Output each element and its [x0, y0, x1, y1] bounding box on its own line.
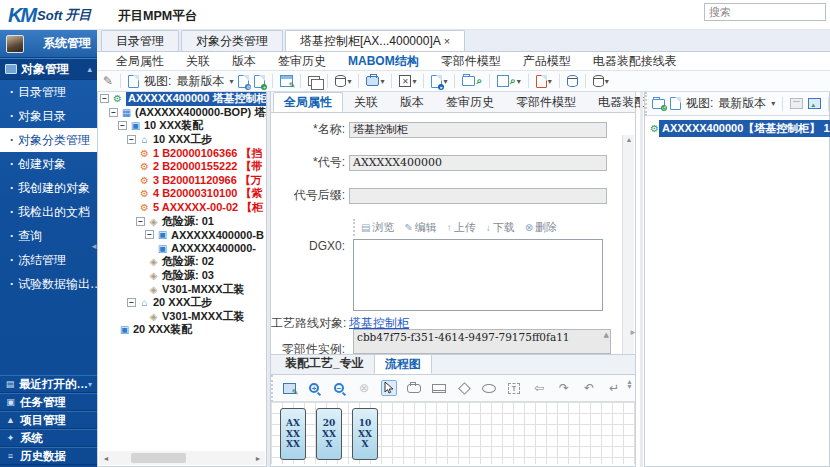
expander-icon[interactable]: − [100, 94, 109, 103]
tree-node-part-2[interactable]: ⚙2 B20000155222 【带 [98, 160, 266, 174]
tab-electrical-wiring-table[interactable]: 电器装配接线表 [582, 53, 688, 70]
version-tree-node[interactable]: ⚙ AXXXXX400000【塔基控制柜】 1 [649, 120, 829, 137]
tree-node-hazard-02[interactable]: ◈危险源: 02 [98, 255, 266, 269]
calendar-edit-icon[interactable] [280, 75, 293, 87]
expander-icon[interactable]: − [127, 135, 136, 144]
detail-right-splitter[interactable] [640, 92, 643, 467]
arrow-left-shape-icon[interactable]: ⇦ [531, 380, 547, 396]
name-field[interactable]: 塔基控制柜 [349, 122, 607, 138]
document-add-icon[interactable]: + [254, 75, 265, 88]
cascade-windows-icon[interactable] [308, 76, 320, 86]
image-upload-icon[interactable] [808, 98, 821, 109]
tree-node-hazard-child[interactable]: −▣AXXXXX400000-B [98, 228, 266, 242]
upload-button[interactable]: ↑上传 [447, 220, 476, 235]
expander-icon[interactable]: − [145, 230, 154, 239]
zoom-in-icon[interactable]: + [306, 380, 322, 396]
scrollbar-thumb[interactable] [131, 453, 186, 463]
new-document-icon[interactable] [128, 75, 139, 88]
form-vertical-scrollbar[interactable]: ▲ ▼ [622, 135, 634, 354]
part-instance-field[interactable]: cbb47f75-f351-4614-9497-79175ff0fa11 ▲ [353, 329, 611, 354]
decision-shape-icon[interactable] [456, 380, 472, 396]
uuid-scroll-up-icon[interactable]: ▲ [604, 331, 609, 339]
right-view-value[interactable]: 最新版本 [718, 95, 766, 112]
detail-tab-part-model[interactable]: 零部件模型 [505, 92, 587, 112]
zoom-out-icon[interactable]: − [331, 380, 347, 396]
sidebar-item-task-management[interactable]: ▣ 任务管理 [0, 393, 97, 411]
folder-export-icon[interactable]: ↺ [652, 99, 665, 109]
tab-approval-history[interactable]: 签审历史 [267, 53, 337, 70]
tab-catalog-management[interactable]: 目录管理 [101, 30, 179, 51]
view-value[interactable]: 最新版本 [176, 73, 224, 90]
tree-horizontal-scrollbar[interactable]: ◄ ► [99, 451, 265, 465]
sidebar-item-catalog-management[interactable]: 目录管理 [0, 80, 97, 104]
scroll-up-icon[interactable]: ▲ [623, 136, 635, 143]
tree-node-step-10[interactable]: −⌂10 XXX工步 [98, 133, 266, 147]
tree-node-assembly-20[interactable]: ▣20 XXX装配 [98, 323, 266, 337]
ellipse-shape-icon[interactable] [481, 380, 497, 396]
sidebar-user-header[interactable]: 系统管理 [0, 30, 97, 58]
sidebar-item-my-checked-out-docs[interactable]: 我检出的文档 [0, 200, 97, 224]
user-avatar[interactable] [6, 35, 24, 53]
close-tab-icon[interactable]: × [444, 35, 450, 47]
sidebar-item-recently-opened[interactable]: ▤ 最近打开的… ▾ [0, 375, 97, 393]
folder-search-icon[interactable]: ⌕ [462, 75, 482, 87]
tab-flowchart[interactable]: 流程图 [374, 354, 432, 374]
pointer-tool-icon[interactable] [381, 380, 397, 396]
sidebar-item-my-created-objects[interactable]: 我创建的对象 [0, 176, 97, 200]
tab-assembly-process[interactable]: 装配工艺_专业 [275, 354, 374, 374]
document-gear-icon[interactable]: ⚙ [238, 75, 249, 88]
sidebar-group-object-management[interactable]: 对象管理 ▴ [0, 58, 97, 80]
tab-relations[interactable]: 关联 [175, 53, 221, 70]
process-shape-icon[interactable] [431, 380, 447, 396]
detail-tab-global-properties[interactable]: 全局属性 [273, 92, 343, 112]
tree-node-step-20[interactable]: −⌂20 XXX工步 [98, 296, 266, 310]
scroll-right-icon[interactable]: ► [251, 455, 265, 462]
database-sync-icon[interactable] [567, 75, 578, 87]
delete-button[interactable]: ⊗删除 [525, 220, 557, 235]
expander-icon[interactable]: − [118, 121, 127, 130]
properties-edit-icon[interactable] [281, 380, 297, 396]
code-field[interactable]: AXXXXX400000 [349, 155, 607, 171]
edit-pencil-icon[interactable]: ✎ [103, 74, 113, 88]
expander-icon[interactable]: − [136, 217, 145, 226]
tree-node-part-4[interactable]: ⚙4 B20000310100 【紫 [98, 187, 266, 201]
terminator-shape-icon[interactable] [406, 380, 422, 396]
tree-node-fixture-1[interactable]: ◈V301-MXXX工装 [98, 282, 266, 296]
tab-versions[interactable]: 版本 [221, 53, 267, 70]
sidebar-item-system[interactable]: ✦ 系统 [0, 429, 97, 447]
expander-icon[interactable]: − [127, 298, 136, 307]
tab-global-properties[interactable]: 全局属性 [105, 53, 175, 70]
tree-node-hazard-03[interactable]: ◈危险源: 03 [98, 269, 266, 283]
tab-tower-base-control-cabinet[interactable]: 塔基控制柜[AX...400000]A× [285, 30, 465, 51]
sidebar-item-object-classification[interactable]: 对象分类管理 [0, 128, 97, 152]
arrow-curve-shape-icon[interactable]: ↷ [556, 380, 572, 396]
tab-mabom-structure[interactable]: MABOM结构 [337, 53, 430, 70]
sidebar-item-test-data-output[interactable]: 试验数据输出… [0, 272, 97, 296]
dropdown-caret-icon[interactable]: ▾ [88, 380, 92, 389]
edit-button[interactable]: ✎编辑 [404, 220, 436, 235]
download-button[interactable]: ↓下载 [486, 220, 515, 235]
dgx0-field[interactable] [353, 239, 603, 311]
view-dropdown-caret-icon[interactable]: ▾ [229, 77, 233, 86]
sidebar-item-query[interactable]: 查询 [0, 224, 97, 248]
tree-node-part-5[interactable]: ⚙5 AXXXXX-00-02 【柜 [98, 201, 266, 215]
new-document-icon[interactable] [670, 97, 681, 110]
detail-tab-versions[interactable]: 版本 [389, 92, 435, 112]
scroll-left-icon[interactable]: ◄ [99, 455, 113, 462]
expander-icon[interactable]: − [109, 108, 118, 117]
sidebar-item-history-data[interactable]: ≡ 历史数据 [0, 447, 97, 465]
box-search-icon[interactable]: ⌕▾ [497, 75, 521, 87]
detail-tab-relations[interactable]: 关联 [343, 92, 389, 112]
tab-part-model[interactable]: 零部件模型 [430, 53, 512, 70]
tree-node-part-3[interactable]: ⚙3 B20001120966 【万 [98, 174, 266, 188]
document-export-icon[interactable]: ▸▾ [431, 75, 447, 88]
tab-object-classification[interactable]: 对象分类管理 [181, 30, 283, 51]
flow-node-3[interactable]: 10 XX X [352, 408, 378, 460]
collapse-arrow-icon[interactable]: ▴ [87, 64, 92, 74]
right-view-dropdown-caret-icon[interactable]: ▾ [771, 99, 775, 108]
sidebar-item-project-management[interactable]: ▲ 项目管理 [0, 411, 97, 429]
database-icon[interactable]: ▾ [335, 75, 351, 87]
tree-node-root[interactable]: −⚙AXXXXX400000 塔基控制柜 [98, 92, 266, 106]
flow-node-2[interactable]: 20 XX X [316, 408, 342, 460]
arrow-corner-shape-icon[interactable]: ↵ [606, 380, 622, 396]
